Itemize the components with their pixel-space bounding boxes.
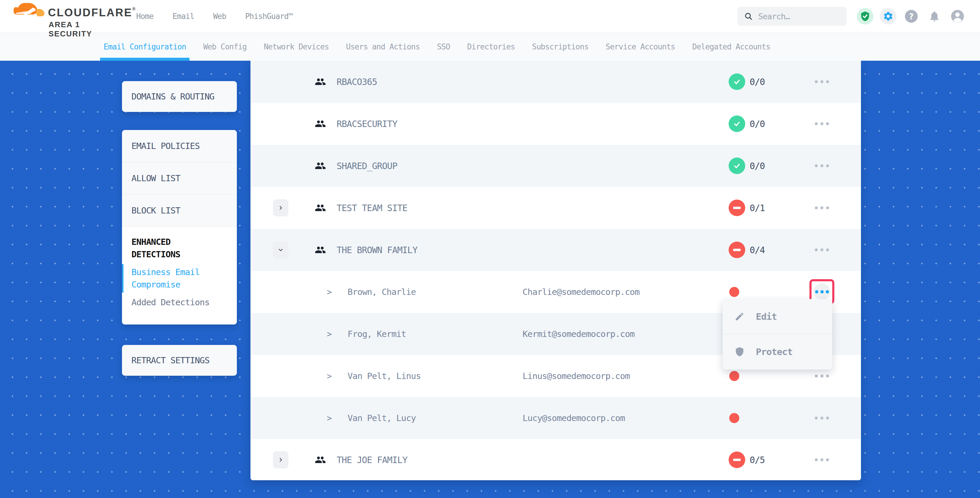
chevron-right-icon: [278, 457, 283, 463]
brand-subtitle: AREA 1 SECURITY: [49, 20, 120, 38]
row-actions-button[interactable]: [815, 458, 829, 461]
tab-web-config[interactable]: Web Config: [203, 33, 247, 61]
row-actions-button[interactable]: [815, 122, 829, 125]
tab-subscriptions[interactable]: Subscriptions: [532, 33, 589, 61]
tab-users-and-actions[interactable]: Users and Actions: [346, 33, 420, 61]
member-name: Van Pelt, Linus: [348, 371, 421, 381]
pencil-icon: [735, 312, 745, 321]
member-name: Brown, Charlie: [348, 287, 416, 297]
groups-table-panel: RBACO365 0/0 RBACSECURITY 0/0 SHARED_GRO…: [250, 61, 861, 480]
sidebar-item-allow-list[interactable]: ALLOW LIST: [122, 162, 237, 194]
domains-routing-label: DOMAINS & ROUTING: [122, 91, 214, 102]
status-red-dot: [729, 413, 739, 423]
header-icons: ?: [857, 8, 966, 25]
email-policies-label: EMAIL POLICIES: [122, 141, 200, 151]
group-people-icon: [315, 118, 326, 129]
nav-web[interactable]: Web: [213, 12, 226, 21]
member-arrow: >: [327, 371, 332, 381]
member-arrow: >: [327, 413, 332, 423]
row-actions-button[interactable]: [815, 248, 829, 251]
row-actions-button[interactable]: [815, 206, 829, 209]
sidebar-item-retract-settings[interactable]: RETRACT SETTINGS: [122, 345, 237, 376]
allow-list-label: ALLOW LIST: [122, 173, 180, 183]
shield-check-icon[interactable]: [857, 8, 873, 25]
sidebar-item-block-list[interactable]: BLOCK LIST: [122, 194, 237, 227]
group-people-icon: [315, 160, 326, 172]
sidebar-item-email-policies[interactable]: EMAIL POLICIES: [122, 130, 237, 162]
menu-item-protect[interactable]: Protect: [723, 334, 832, 369]
status-check-badge: [729, 73, 745, 90]
member-arrow: >: [327, 329, 332, 339]
enhanced-detections-label: ENHANCED DETECTIONS: [122, 227, 214, 261]
group-name: RBACO365: [337, 77, 377, 87]
cloudflare-cloud-icon: [14, 2, 45, 19]
help-icon[interactable]: ?: [903, 8, 920, 25]
menu-edit-label: Edit: [756, 311, 777, 322]
member-email: Linus@somedemocorp.com: [523, 371, 630, 381]
member-email: Lucy@somedemocorp.com: [523, 413, 625, 423]
table-row: THE JOE FAMILY 0/5: [250, 439, 861, 480]
table-row: RBACSECURITY 0/0: [250, 103, 861, 145]
member-name: Frog, Kermit: [348, 329, 406, 339]
tab-sso[interactable]: SSO: [437, 33, 450, 61]
status-check-badge: [729, 158, 745, 174]
group-name: TEST TEAM SITE: [337, 203, 407, 213]
menu-item-edit[interactable]: Edit: [723, 299, 832, 334]
cloudflare-logo[interactable]: CLOUDFLARE® AREA 1 SECURITY: [14, 2, 120, 31]
search-box[interactable]: [738, 7, 846, 26]
chevron-right-icon: [278, 205, 283, 210]
group-name: THE JOE FAMILY: [337, 455, 407, 465]
row-actions-button[interactable]: [815, 164, 829, 167]
shield-icon: [735, 347, 745, 357]
row-actions-button[interactable]: [815, 80, 829, 83]
settings-gear-icon[interactable]: [880, 8, 897, 25]
tab-network-devices[interactable]: Network Devices: [264, 33, 329, 61]
sidebar-policies-card: EMAIL POLICIES ALLOW LIST BLOCK LIST ENH…: [122, 130, 237, 325]
config-tabs-bar: Email Configuration Web Config Network D…: [0, 33, 980, 61]
group-name: THE BROWN FAMILY: [337, 245, 417, 255]
protected-count: 0/1: [750, 203, 765, 213]
status-red-dot: [729, 287, 739, 297]
status-check-badge: [729, 116, 745, 132]
collapse-row-button[interactable]: [273, 241, 288, 258]
row-actions-button[interactable]: [815, 374, 829, 377]
table-row: SHARED_GROUP 0/0: [250, 145, 861, 187]
table-row: > Van Pelt, Lucy Lucy@somedemocorp.com: [250, 397, 861, 439]
tab-directories[interactable]: Directories: [467, 33, 515, 61]
group-people-icon: [315, 202, 326, 213]
member-email: Charlie@somedemocorp.com: [523, 287, 640, 297]
table-row: TEST TEAM SITE 0/1: [250, 187, 861, 229]
member-email: Kermit@somedemocorp.com: [523, 329, 635, 339]
protected-count: 0/0: [750, 161, 765, 171]
expand-row-button[interactable]: [273, 199, 288, 216]
sidebar-item-domains-routing[interactable]: DOMAINS & ROUTING: [122, 81, 237, 112]
account-icon[interactable]: [949, 8, 966, 25]
brand-name: CLOUDFLARE®: [48, 6, 136, 19]
nav-email[interactable]: Email: [173, 12, 194, 21]
group-people-icon: [315, 454, 326, 465]
block-list-label: BLOCK LIST: [122, 205, 180, 216]
table-row: THE BROWN FAMILY 0/4: [250, 229, 861, 271]
svg-text:?: ?: [909, 12, 913, 21]
member-name: Van Pelt, Lucy: [348, 413, 416, 423]
sidebar-item-business-email-compromise[interactable]: Business Email Compromise: [122, 266, 214, 291]
search-input[interactable]: [758, 11, 839, 21]
menu-protect-label: Protect: [756, 347, 792, 357]
row-actions-menu: Edit Protect: [723, 299, 832, 369]
table-row: RBACO365 0/0: [250, 61, 861, 103]
nav-home[interactable]: Home: [136, 12, 154, 21]
protected-count: 0/0: [750, 119, 765, 129]
tab-delegated-accounts[interactable]: Delegated Accounts: [692, 33, 770, 61]
notifications-bell-icon[interactable]: [926, 8, 943, 25]
retract-settings-label: RETRACT SETTINGS: [122, 355, 209, 365]
status-minus-badge: [729, 452, 745, 468]
expand-row-button[interactable]: [273, 451, 288, 468]
enhanced-detections-section: ENHANCED DETECTIONS Business Email Compr…: [122, 227, 237, 325]
group-name: SHARED_GROUP: [337, 161, 397, 171]
app-header: CLOUDFLARE® AREA 1 SECURITY Home Email W…: [0, 0, 980, 33]
sidebar-item-added-detections[interactable]: Added Detections: [122, 297, 237, 307]
row-actions-button[interactable]: [815, 417, 829, 420]
nav-phishguard[interactable]: PhishGuard™: [245, 12, 293, 21]
tab-service-accounts[interactable]: Service Accounts: [606, 33, 675, 61]
group-people-icon: [315, 244, 326, 256]
